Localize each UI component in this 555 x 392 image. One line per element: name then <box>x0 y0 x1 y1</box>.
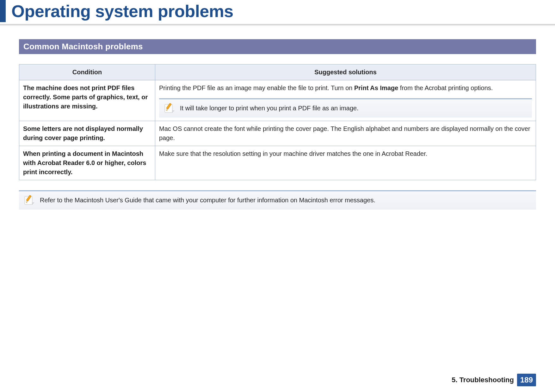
troubleshooting-table: Condition Suggested solutions The machin… <box>19 64 536 180</box>
solution-cell: Make sure that the resolution setting in… <box>155 146 536 180</box>
solution-bold: Print As Image <box>354 84 398 91</box>
footer-chapter: 5. Troubleshooting <box>452 376 514 384</box>
col-header-condition: Condition <box>19 64 155 80</box>
solution-text: Printing the PDF file as an image may en… <box>159 84 493 91</box>
table-row: Some letters are not displayed normally … <box>19 121 536 146</box>
solution-text: Mac OS cannot create the font while prin… <box>159 125 530 141</box>
condition-cell: When printing a document in Macintosh wi… <box>19 146 155 180</box>
solution-text: Make sure that the resolution setting in… <box>159 150 427 157</box>
title-divider <box>0 24 555 27</box>
solution-post: from the Acrobat printing options. <box>398 84 493 91</box>
condition-cell: The machine does not print PDF files cor… <box>19 80 155 121</box>
title-bar: Operating system problems <box>0 0 555 22</box>
inline-note: It will take longer to print when you pr… <box>159 98 532 118</box>
col-header-solutions: Suggested solutions <box>155 64 536 80</box>
table-header-row: Condition Suggested solutions <box>19 64 536 80</box>
note-text: It will take longer to print when you pr… <box>180 104 359 113</box>
page-header: Operating system problems <box>0 0 555 27</box>
condition-cell: Some letters are not displayed normally … <box>19 121 155 146</box>
footer: 5. Troubleshooting 189 <box>452 374 536 386</box>
solution-cell: Printing the PDF file as an image may en… <box>155 80 536 121</box>
note-icon <box>163 102 175 114</box>
title-accent <box>0 0 6 22</box>
note-icon <box>23 194 35 206</box>
page-note: Refer to the Macintosh User's Guide that… <box>19 190 536 210</box>
table-row: The machine does not print PDF files cor… <box>19 80 536 121</box>
content-area: Common Macintosh problems Condition Sugg… <box>0 27 555 210</box>
note-text: Refer to the Macintosh User's Guide that… <box>40 197 375 204</box>
table-row: When printing a document in Macintosh wi… <box>19 146 536 180</box>
page-title: Operating system problems <box>11 1 233 21</box>
solution-pre: Printing the PDF file as an image may en… <box>159 84 354 91</box>
footer-page-number: 189 <box>517 374 536 386</box>
solution-cell: Mac OS cannot create the font while prin… <box>155 121 536 146</box>
section-heading: Common Macintosh problems <box>19 39 536 54</box>
